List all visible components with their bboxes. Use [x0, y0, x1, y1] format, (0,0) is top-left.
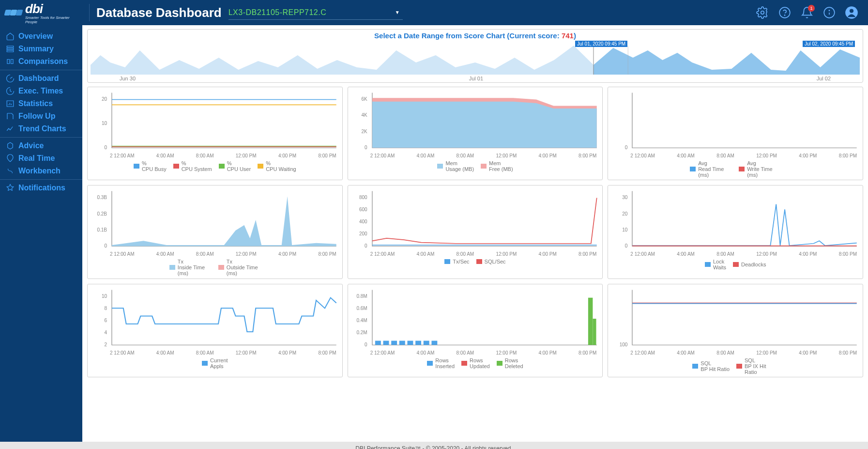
svg-rect-16 [423, 341, 429, 345]
main-content: Select a Date Range from Score Chart (Cu… [82, 25, 868, 442]
chart-io-times[interactable]: 02 12:00 AM4:00 AM8:00 AM12:00 PM4:00 PM… [608, 87, 863, 180]
chart-locks[interactable]: 01020302 12:00 AM4:00 AM8:00 AM12:00 PM4… [608, 185, 863, 279]
nav-icon [6, 167, 15, 175]
footer: DBI Performance Suite™ - © 2005-2020 - A… [0, 442, 868, 449]
svg-point-2 [784, 15, 785, 15]
nav-icon [6, 124, 15, 133]
nav-label: Follow Up [18, 112, 55, 121]
nav-label: Overview [18, 32, 53, 41]
svg-rect-14 [407, 341, 413, 345]
svg-rect-18 [588, 297, 593, 345]
range-end-tag: Jul 02, 2020 09:45 PM [803, 41, 855, 47]
nav-icon [6, 99, 15, 108]
svg-rect-13 [399, 341, 405, 345]
sidebar-item-advice[interactable]: Advice [0, 139, 82, 152]
nav-label: Statistics [18, 99, 53, 108]
score-chart-area[interactable]: Jul 01, 2020 09:45 PM Jul 02, 2020 09:45… [91, 41, 860, 75]
nav-label: Summary [18, 45, 54, 53]
chevron-down-icon: ▼ [395, 10, 400, 15]
sidebar-item-comparisons[interactable]: Comparisons [0, 55, 82, 68]
logo[interactable]: dbi Smarter Tools for Smarter People [5, 1, 82, 24]
nav-icon [6, 57, 15, 66]
chart-bp-hit[interactable]: 1002 12:00 AM4:00 AM8:00 AM12:00 PM4:00 … [608, 284, 863, 377]
database-selector[interactable]: LX3-DB21105-REPP712.C ▼ [228, 5, 403, 20]
logo-icon [5, 10, 22, 15]
nav-label: Comparisons [18, 57, 68, 66]
nav-icon [6, 141, 15, 150]
sidebar-item-follow-up[interactable]: Follow Up [0, 110, 82, 123]
sidebar-item-dashboard[interactable]: Dashboard [0, 72, 82, 85]
chart-cpu[interactable]: 010202 12:00 AM4:00 AM8:00 AM12:00 PM4:0… [87, 87, 343, 180]
chart-tps[interactable]: 02004006008002 12:00 AM4:00 AM8:00 AM12:… [348, 185, 603, 279]
nav-label: Advice [18, 141, 44, 150]
sidebar-item-summary[interactable]: Summary [0, 43, 82, 55]
chart-memory[interactable]: 02K4K6K2 12:00 AM4:00 AM8:00 AM12:00 PM4… [348, 87, 603, 180]
sidebar-item-real-time[interactable]: Real Time [0, 152, 82, 165]
sidebar-item-statistics[interactable]: Statistics [0, 97, 82, 110]
chart-appls[interactable]: 2468102 12:00 AM4:00 AM8:00 AM12:00 PM4:… [87, 284, 343, 377]
info-icon[interactable] [822, 6, 836, 19]
footer-line-1: DBI Performance Suite™ - © 2005-2020 - A… [0, 445, 868, 449]
account-icon[interactable] [845, 6, 858, 19]
range-start-tag: Jul 01, 2020 09:45 PM [575, 41, 627, 47]
nav-icon [6, 184, 15, 192]
chart-grid: 010202 12:00 AM4:00 AM8:00 AM12:00 PM4:0… [87, 87, 863, 377]
topbar: dbi Smarter Tools for Smarter People Dat… [0, 0, 868, 25]
nav-icon [6, 45, 15, 53]
svg-point-1 [779, 7, 790, 18]
nav-icon [6, 112, 15, 121]
svg-rect-12 [391, 341, 397, 345]
chart-tx-time[interactable]: 00.1B0.2B0.3B2 12:00 AM4:00 AM8:00 AM12:… [87, 185, 343, 279]
sidebar-item-exec-times[interactable]: Exec. Times [0, 85, 82, 97]
topbar-actions: 1 [756, 6, 863, 19]
help-icon[interactable] [778, 6, 792, 19]
nav-label: Dashboard [18, 74, 59, 83]
nav-label: Exec. Times [18, 87, 63, 95]
sidebar-item-trend-charts[interactable]: Trend Charts [0, 123, 82, 135]
logo-text: dbi [25, 1, 82, 16]
svg-rect-10 [375, 341, 381, 345]
settings-icon[interactable] [756, 6, 769, 19]
svg-point-5 [829, 10, 829, 11]
chart-rows[interactable]: 00.2M0.4M0.6M0.8M2 12:00 AM4:00 AM8:00 A… [348, 284, 603, 377]
sidebar-item-notifications[interactable]: Notifications [0, 182, 82, 194]
notifications-icon[interactable]: 1 [800, 6, 814, 19]
svg-rect-11 [383, 341, 389, 345]
nav-icon [6, 74, 15, 83]
page-title: Database Dashboard [96, 5, 222, 20]
nav-icon [6, 32, 15, 41]
score-x-axis: Jun 30 Jul 01 Jul 02 [91, 76, 860, 81]
svg-point-7 [850, 9, 853, 13]
score-chart-title: Select a Date Range from Score Chart (Cu… [91, 31, 860, 40]
sidebar-item-workbench[interactable]: Workbench [0, 165, 82, 177]
nav-label: Notifications [18, 184, 65, 192]
divider [89, 4, 90, 21]
nav-label: Workbench [18, 167, 61, 175]
nav-label: Trend Charts [18, 124, 66, 133]
nav-label: Real Time [18, 154, 55, 163]
current-score: 741 [562, 31, 574, 40]
logo-subtitle: Smarter Tools for Smarter People [25, 15, 82, 24]
svg-rect-17 [431, 341, 437, 345]
score-chart-panel[interactable]: Select a Date Range from Score Chart (Cu… [87, 29, 863, 83]
notification-badge: 1 [808, 5, 815, 12]
sidebar-item-overview[interactable]: Overview [0, 30, 82, 43]
sidebar: OverviewSummaryComparisonsDashboardExec.… [0, 25, 82, 442]
svg-rect-19 [593, 319, 596, 345]
database-name: LX3-DB21105-REPP712.C [228, 8, 327, 17]
nav-icon [6, 154, 15, 163]
svg-point-0 [761, 11, 764, 15]
svg-rect-15 [415, 341, 421, 345]
nav-icon [6, 87, 15, 95]
